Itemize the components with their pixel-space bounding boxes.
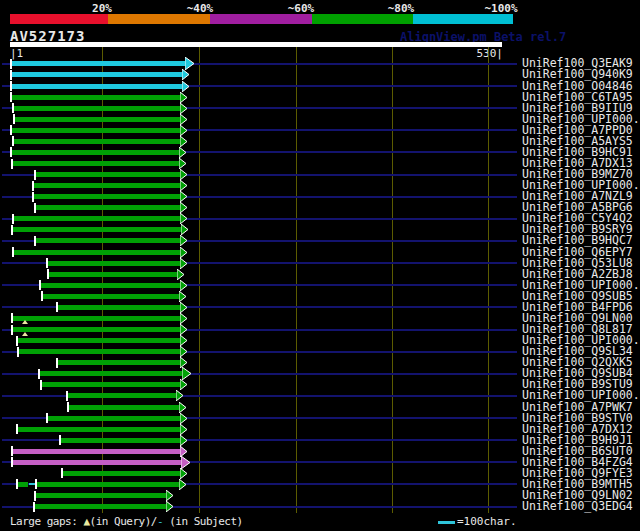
alignment-bar[interactable]: [41, 382, 180, 387]
query-start-tick: [56, 302, 58, 312]
footer-legend: Large gaps: ▲(in Query)/- (in Subject) =…: [0, 514, 640, 531]
alignment-arrow-icon: [180, 435, 188, 446]
alignment-bar[interactable]: [34, 504, 166, 509]
alignment-arrow-icon: [179, 158, 187, 169]
query-start-tick: [59, 435, 61, 445]
alignment-arrow-icon: [180, 191, 188, 202]
query-start-tick: [11, 159, 13, 169]
alignment-bar[interactable]: [67, 393, 176, 398]
alignment-arrow-icon: [176, 390, 184, 401]
alignment-arrow-icon: [180, 302, 188, 313]
alignment-bar[interactable]: [13, 139, 180, 144]
alignment-bar[interactable]: [40, 283, 180, 288]
query-start-tick: [38, 369, 40, 379]
alignment-arrow-icon: [180, 313, 188, 324]
query-start-tick: [10, 70, 12, 80]
query-start-tick: [10, 147, 12, 157]
alignment-bar[interactable]: [11, 95, 180, 100]
alignment-bar[interactable]: [12, 327, 180, 332]
alignment-arrow-icon: [180, 103, 188, 114]
alignment-bar[interactable]: [13, 106, 180, 111]
alignment-arrow-icon: [180, 346, 188, 357]
alignment-bar[interactable]: [68, 405, 179, 410]
gap-legend-prefix: Large gaps:: [10, 515, 83, 528]
alignment-arrow-icon: [180, 235, 188, 246]
query-start-tick: [41, 291, 43, 301]
identity-scale-segment: [413, 14, 513, 24]
alignment-bar[interactable]: [12, 460, 181, 465]
alignment-bar[interactable]: [35, 493, 166, 498]
query-start-tick: [35, 479, 37, 489]
alignment-arrow-icon: [179, 291, 187, 302]
alignment-bar[interactable]: [17, 482, 28, 487]
alignment-arrow-icon: [180, 136, 188, 147]
identity-scale-segment: [312, 14, 413, 24]
identity-scale-segment: [108, 14, 210, 24]
alignment-bar[interactable]: [57, 360, 180, 365]
alignment-bar[interactable]: [11, 61, 185, 66]
alignment-bar[interactable]: [13, 250, 180, 255]
alignment-bar[interactable]: [14, 117, 180, 122]
alignment-bar[interactable]: [33, 194, 180, 199]
query-start-tick: [61, 468, 63, 478]
query-start-tick: [11, 457, 13, 467]
subject-gap-dash: [29, 483, 35, 485]
alignment-bar[interactable]: [39, 371, 182, 376]
query-start-tick: [10, 125, 12, 135]
alignment-bar[interactable]: [47, 261, 180, 266]
alignment-arrow-icon: [180, 125, 188, 136]
alignment-bar[interactable]: [35, 238, 180, 243]
query-start-tick: [56, 358, 58, 368]
alignment-arrow-icon: [181, 224, 189, 235]
query-start-tick: [66, 391, 68, 401]
query-start-tick: [12, 214, 14, 224]
query-start-tick: [16, 336, 18, 346]
subject-gap-label: (in Subject): [163, 515, 243, 528]
alignment-bar[interactable]: [11, 72, 182, 77]
alignment-bar[interactable]: [36, 482, 179, 487]
alignment-bar[interactable]: [35, 205, 180, 210]
query-start-tick: [32, 192, 34, 202]
alignment-bar[interactable]: [11, 128, 180, 133]
alignment-bar[interactable]: [17, 427, 180, 432]
alignment-arrow-icon: [166, 501, 174, 512]
alignment-bar[interactable]: [12, 227, 181, 232]
alignment-bar[interactable]: [57, 305, 180, 310]
alignment-arrow-icon: [180, 169, 188, 180]
query-start-tick: [10, 81, 12, 91]
alignment-bar[interactable]: [18, 349, 180, 354]
alignment-arrow-icon: [180, 114, 188, 125]
alignment-arrow-icon: [182, 81, 190, 92]
query-start-tick: [33, 502, 35, 512]
query-start-tick: [11, 446, 13, 456]
scale-unit-label: =100char.: [457, 515, 517, 528]
alignment-bar[interactable]: [17, 338, 180, 343]
query-start-tick: [10, 59, 12, 69]
query-start-tick: [17, 347, 19, 357]
alignment-arrow-icon: [180, 468, 188, 479]
identity-scale-segment: [210, 14, 312, 24]
alignment-arrow-icon: [182, 367, 192, 380]
alignment-bar[interactable]: [60, 438, 180, 443]
alignment-row: UniRef100_Q3EDG4: [0, 501, 640, 512]
query-start-tick: [11, 225, 13, 235]
query-start-tick: [10, 92, 12, 102]
alignment-bar[interactable]: [13, 216, 180, 221]
query-start-tick: [16, 424, 18, 434]
query-start-tick: [12, 136, 14, 146]
alignment-bar[interactable]: [11, 84, 182, 89]
alignment-bar[interactable]: [35, 172, 180, 177]
query-start-tick: [46, 258, 48, 268]
alignment-bar[interactable]: [48, 272, 177, 277]
alignment-bar[interactable]: [12, 316, 180, 321]
alignment-bar[interactable]: [12, 161, 179, 166]
alignment-bar[interactable]: [42, 294, 179, 299]
uniref-label[interactable]: UniRef100_Q3EDG4: [522, 500, 633, 512]
alignment-bar[interactable]: [33, 183, 180, 188]
query-start-tick: [34, 236, 36, 246]
alignment-bar[interactable]: [62, 471, 180, 476]
alignment-bar[interactable]: [11, 150, 179, 155]
alignment-arrow-icon: [180, 180, 188, 191]
alignment-bar[interactable]: [47, 416, 180, 421]
alignment-bar[interactable]: [12, 449, 180, 454]
